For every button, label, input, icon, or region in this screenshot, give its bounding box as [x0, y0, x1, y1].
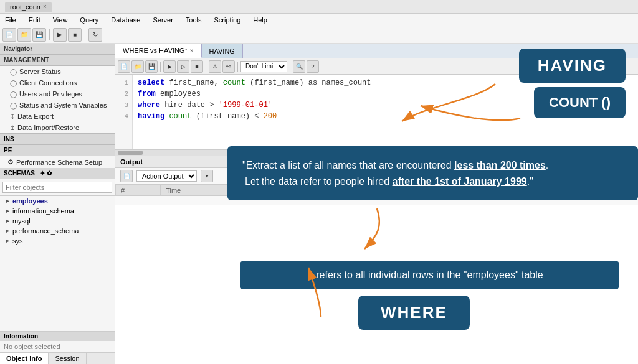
- schemas-title: SCHEMAS ✦ ✿: [0, 168, 115, 179]
- query-tab-where-having[interactable]: WHERE vs HAVING* ×: [115, 44, 202, 58]
- sidebar: Navigator MANAGEMENT ◯ Server Status ◯ C…: [0, 44, 115, 364]
- ed-stop-btn[interactable]: ■: [191, 60, 203, 73]
- menu-view[interactable]: View: [50, 16, 70, 24]
- server-status-icon: ◯: [10, 68, 17, 75]
- status-icon: ◯: [10, 102, 17, 109]
- navigator-title: Navigator: [0, 44, 115, 55]
- information-arrow: ►: [5, 208, 11, 214]
- title-tab-label: root_conn: [10, 3, 40, 11]
- users-icon: ◯: [10, 91, 17, 98]
- employees-arrow: ►: [5, 198, 11, 204]
- mysql-arrow: ►: [5, 218, 11, 224]
- title-tab[interactable]: root_conn ×: [5, 2, 52, 12]
- import-icon: ↥: [10, 124, 15, 131]
- sidebar-data-export[interactable]: ↧ Data Export: [0, 111, 115, 122]
- schema-filter[interactable]: [0, 179, 115, 196]
- title-close-icon[interactable]: ×: [43, 3, 47, 10]
- main-toolbar: 📄 📁 💾 ▶ ■ ↻: [0, 26, 638, 44]
- output-clear-btn[interactable]: 📄: [120, 170, 133, 182]
- toolbar-open-btn[interactable]: 📁: [17, 28, 31, 42]
- client-connections-icon: ◯: [10, 80, 17, 86]
- hscroll-thumb[interactable]: [118, 151, 143, 155]
- schema-sys[interactable]: ► sys: [0, 236, 115, 246]
- main-layout: Navigator MANAGEMENT ◯ Server Status ◯ C…: [0, 44, 638, 364]
- toolbar-sep1: [49, 29, 50, 40]
- sidebar-client-connections[interactable]: ◯ Client Connections: [0, 77, 115, 88]
- line-num-1: 1: [119, 77, 128, 88]
- ed-new-btn[interactable]: 📄: [118, 60, 130, 73]
- information-label: information_schema: [12, 207, 74, 215]
- toolbar-stop-btn[interactable]: ■: [68, 28, 82, 42]
- schema-mysql[interactable]: ► mysql: [0, 216, 115, 226]
- output-expand-btn[interactable]: ▾: [201, 170, 213, 182]
- underline-after-jan: after the 1st of January 1999: [393, 176, 527, 187]
- line-numbers: 1 2 3 4: [115, 75, 133, 149]
- sidebar-data-import[interactable]: ↥ Data Import/Restore: [0, 122, 115, 133]
- ed-visual-btn[interactable]: ⚯: [222, 60, 235, 73]
- toolbar-refresh-btn[interactable]: ↻: [88, 28, 102, 42]
- sys-label: sys: [12, 237, 23, 245]
- ed-run-btn[interactable]: ▶: [163, 60, 176, 73]
- ed-sep4: [290, 62, 290, 72]
- ed-explain-btn[interactable]: ⚠: [209, 60, 221, 73]
- menu-bar: File Edit View Query Database Server Too…: [0, 14, 638, 26]
- underline-individual-rows: individual rows: [368, 269, 434, 280]
- ed-sep2: [206, 62, 206, 72]
- employees-label: employees: [12, 197, 48, 205]
- schema-performance[interactable]: ► performance_schema: [0, 226, 115, 236]
- sidebar-status-variables[interactable]: ◯ Status and System Variables: [0, 100, 115, 111]
- sidebar-perf-schema[interactable]: ⚙ Performance Schema Setup: [0, 156, 115, 168]
- action-output-select[interactable]: Action Output: [136, 170, 197, 182]
- menu-file[interactable]: File: [2, 16, 19, 24]
- where-keyword: where: [138, 101, 160, 110]
- info-text: No object selected: [0, 341, 115, 352]
- underline-less-200: less than 200 times: [454, 160, 546, 170]
- col-hash: #: [116, 185, 161, 196]
- query-tab-having[interactable]: HAVING: [202, 44, 243, 58]
- date-string: '1999-01-01': [219, 101, 272, 110]
- ed-help-btn[interactable]: ?: [307, 60, 319, 73]
- ed-run-line-btn[interactable]: ▷: [177, 60, 189, 73]
- having-bubble: HAVING: [519, 49, 626, 83]
- ed-save-btn[interactable]: 💾: [145, 60, 158, 73]
- filter-input[interactable]: [2, 182, 112, 193]
- ed-search-btn[interactable]: 🔍: [293, 60, 305, 73]
- rows-bubble: refers to all individual rows in the "em…: [240, 261, 619, 289]
- toolbar-exec-btn[interactable]: ▶: [53, 28, 67, 42]
- toolbar-new-btn[interactable]: 📄: [2, 28, 16, 42]
- schema-information[interactable]: ► information_schema: [0, 206, 115, 216]
- info-section: Information No object selected Object In…: [0, 331, 115, 364]
- toolbar-save-btn[interactable]: 💾: [32, 28, 46, 42]
- performance-arrow: ►: [5, 228, 11, 234]
- sys-arrow: ►: [5, 238, 11, 244]
- menu-query[interactable]: Query: [77, 16, 101, 24]
- sql-line-2: from employees: [138, 88, 371, 100]
- limit-select[interactable]: Don't Limit: [240, 61, 287, 72]
- performance-label: performance_schema: [12, 227, 79, 235]
- perf-schema-icon: ⚙: [7, 158, 14, 166]
- menu-edit[interactable]: Edit: [26, 16, 43, 24]
- ed-sep3: [237, 62, 238, 72]
- perf-title: PE: [0, 145, 115, 156]
- sidebar-users-privileges[interactable]: ◯ Users and Privileges: [0, 88, 115, 100]
- sidebar-server-status[interactable]: ◯ Server Status: [0, 66, 115, 77]
- count-number: 200: [264, 112, 277, 121]
- menu-scripting[interactable]: Scripting: [212, 16, 244, 24]
- sql-line-3: where hire_date > '1999-01-01': [138, 100, 371, 111]
- schema-employees[interactable]: ► employees: [0, 196, 115, 206]
- menu-help[interactable]: Help: [250, 16, 270, 24]
- tab-object-info[interactable]: Object Info: [0, 353, 49, 364]
- sql-line-1: select first_name, count (first_name) as…: [138, 77, 371, 88]
- sql-content[interactable]: select first_name, count (first_name) as…: [133, 75, 376, 149]
- menu-tools[interactable]: Tools: [183, 16, 204, 24]
- tab-close-icon[interactable]: ×: [190, 47, 194, 54]
- instance-title: INS: [0, 133, 115, 145]
- menu-server[interactable]: Server: [150, 16, 175, 24]
- having-count: count: [169, 112, 191, 121]
- tab-session[interactable]: Session: [49, 353, 86, 364]
- menu-database[interactable]: Database: [108, 16, 143, 24]
- info-tabs: Object Info Session: [0, 352, 115, 364]
- where-bubble: WHERE: [358, 296, 470, 330]
- ed-open-btn[interactable]: 📁: [131, 60, 144, 73]
- line-num-4: 4: [119, 111, 128, 122]
